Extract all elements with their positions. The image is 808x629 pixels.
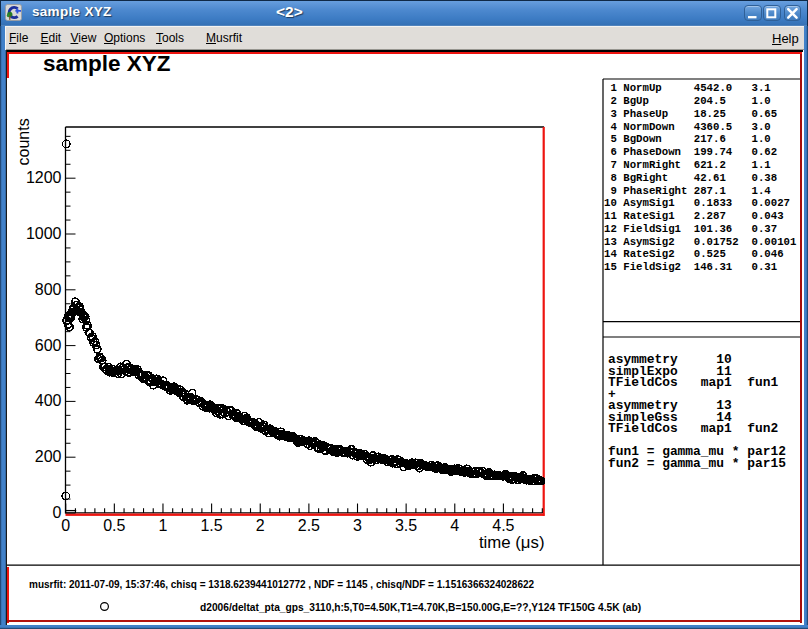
svg-text:musrfit: 2011-07-09, 15:37:46,: musrfit: 2011-07-09, 15:37:46, chisq = 1…	[29, 579, 535, 590]
svg-text:2 BgUp 204.5 1.0: 2 BgUp 204.5 1.0	[604, 95, 771, 107]
svg-text:10 AsymSig1 0.1833 0.0027: 10 AsymSig1 0.1833 0.0027	[604, 197, 790, 209]
svg-text:0: 0	[53, 504, 62, 521]
svg-text:9 PhaseRight 287.1 1.4: 9 PhaseRight 287.1 1.4	[604, 185, 771, 197]
svg-text:200: 200	[35, 448, 62, 465]
svg-text:4: 4	[450, 517, 459, 534]
svg-text:1.5: 1.5	[200, 517, 222, 534]
svg-text:600: 600	[35, 337, 62, 354]
svg-text:1: 1	[159, 517, 168, 534]
svg-text:1 NormUp 4542.0 3.1: 1 NormUp 4542.0 3.1	[604, 82, 771, 94]
svg-text:counts: counts	[15, 118, 32, 165]
svg-text:d2006/deltat_pta_gps_3110,h:5,: d2006/deltat_pta_gps_3110,h:5,T0=4.50K,T…	[200, 602, 641, 613]
svg-text:5 BgDown 217.6 1.0: 5 BgDown 217.6 1.0	[604, 133, 771, 145]
svg-text:TFieldCos map1 fun1: TFieldCos map1 fun1	[608, 375, 778, 390]
svg-text:800: 800	[35, 281, 62, 298]
svg-text:3.5: 3.5	[395, 517, 417, 534]
svg-text:3: 3	[353, 517, 362, 534]
svg-text:2: 2	[256, 517, 265, 534]
svg-text:0: 0	[61, 517, 70, 534]
svg-text:6 PhaseDown 199.74 0.62: 6 PhaseDown 199.74 0.62	[604, 146, 777, 158]
svg-text:4 NormDown 4360.5 3.0: 4 NormDown 4360.5 3.0	[604, 121, 771, 133]
svg-text:15 FieldSig2 146.31 0.31: 15 FieldSig2 146.31 0.31	[604, 261, 777, 273]
svg-text:13 AsymSig2 0.01752 0.00101: 13 AsymSig2 0.01752 0.00101	[604, 236, 796, 248]
svg-text:4.5: 4.5	[492, 517, 514, 534]
svg-text:3 PhaseUp 18.25 0.65: 3 PhaseUp 18.25 0.65	[604, 108, 777, 120]
svg-text:11 RateSig1 2.287 0.043: 11 RateSig1 2.287 0.043	[604, 210, 784, 222]
svg-text:14 RateSig2 0.525 0.046: 14 RateSig2 0.525 0.046	[604, 248, 784, 260]
svg-text:sample XYZ: sample XYZ	[43, 51, 171, 76]
svg-text:7 NormRight 621.2 1.1: 7 NormRight 621.2 1.1	[604, 159, 771, 171]
svg-text:TFieldCos map1 fun2: TFieldCos map1 fun2	[608, 421, 778, 436]
svg-text:time (μs): time (μs)	[479, 533, 545, 552]
svg-text:8 BgRight 42.61 0.38: 8 BgRight 42.61 0.38	[604, 172, 777, 184]
svg-text:12 FieldSig1 101.36 0.37: 12 FieldSig1 101.36 0.37	[604, 223, 777, 235]
svg-text:1000: 1000	[26, 225, 62, 242]
svg-text:400: 400	[35, 392, 62, 409]
svg-text:fun2 = gamma_mu * par15: fun2 = gamma_mu * par15	[608, 456, 786, 471]
svg-text:2.5: 2.5	[298, 517, 320, 534]
svg-text:0.5: 0.5	[103, 517, 125, 534]
svg-text:1200: 1200	[26, 169, 62, 186]
